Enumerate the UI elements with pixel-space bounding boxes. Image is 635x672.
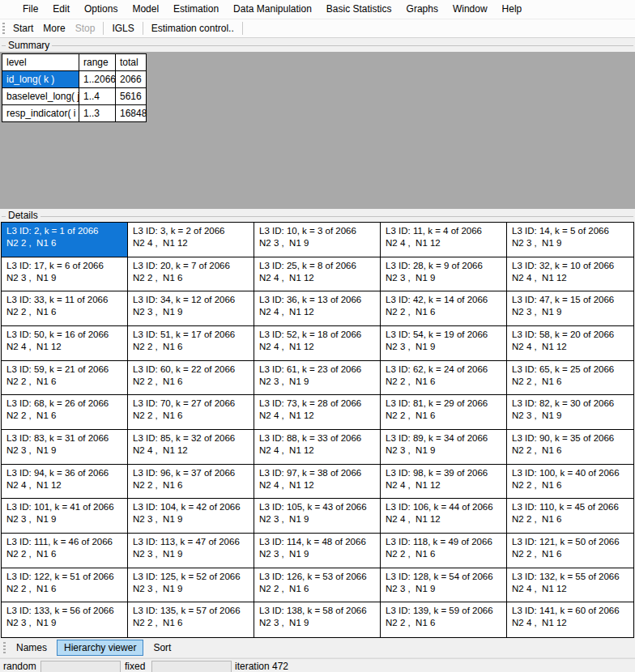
- summary-row-level[interactable]: id_long( k ): [2, 71, 79, 88]
- summary-row-level[interactable]: resp_indicator( i ): [2, 105, 79, 121]
- hierarchy-cell[interactable]: L3 ID: 121, k = 50 of 2066N2 2 , N1 6: [507, 534, 633, 568]
- hierarchy-cell[interactable]: L3 ID: 105, k = 43 of 2066N2 3 , N1 9: [254, 499, 381, 534]
- cell-counts-line: N2 3 , N1 9: [133, 583, 249, 595]
- hierarchy-cell[interactable]: L3 ID: 28, k = 9 of 2066N2 3 , N1 9: [381, 257, 507, 292]
- summary-row-level[interactable]: baselevel_long( j ): [2, 88, 79, 105]
- hierarchy-cell[interactable]: L3 ID: 52, k = 18 of 2066N2 4 , N1 12: [254, 326, 381, 361]
- cell-counts-line: N2 2 , N1 6: [386, 410, 501, 422]
- hierarchy-cell[interactable]: L3 ID: 83, k = 31 of 2066N2 3 , N1 9: [2, 430, 128, 465]
- hierarchy-cell[interactable]: L3 ID: 3, k = 2 of 2066N2 4 , N1 12: [128, 223, 254, 257]
- tab-hierarchy-viewer[interactable]: Hierarchy viewer: [57, 640, 143, 656]
- hierarchy-cell[interactable]: L3 ID: 68, k = 26 of 2066N2 2 , N1 6: [2, 395, 128, 430]
- hierarchy-cell[interactable]: L3 ID: 125, k = 52 of 2066N2 3 , N1 9: [128, 568, 254, 603]
- igls-button[interactable]: IGLS: [107, 20, 139, 37]
- cell-counts-line: N2 2 , N1 6: [6, 237, 122, 249]
- menu-item-model[interactable]: Model: [125, 0, 166, 19]
- summary-row-range[interactable]: 1..4: [79, 88, 116, 105]
- hierarchy-cell[interactable]: L3 ID: 81, k = 29 of 2066N2 2 , N1 6: [381, 395, 507, 430]
- hierarchy-cell[interactable]: L3 ID: 106, k = 44 of 2066N2 4 , N1 12: [381, 499, 507, 534]
- tab-sort[interactable]: Sort: [146, 640, 178, 656]
- summary-header-total: total: [116, 54, 146, 71]
- toolbar-grip[interactable]: [2, 23, 5, 34]
- summary-row-total[interactable]: 5616: [116, 88, 146, 105]
- hierarchy-cell[interactable]: L3 ID: 47, k = 15 of 2066N2 3 , N1 9: [507, 291, 633, 326]
- menu-item-edit[interactable]: Edit: [45, 0, 77, 19]
- menu-item-data-manipulation[interactable]: Data Manipulation: [226, 0, 319, 19]
- hierarchy-cell[interactable]: L3 ID: 96, k = 37 of 2066N2 2 , N1 6: [128, 465, 254, 500]
- hierarchy-cell[interactable]: L3 ID: 25, k = 8 of 2066N2 4 , N1 12: [254, 257, 381, 292]
- cell-counts-line: N2 3 , N1 9: [386, 583, 501, 595]
- more-button[interactable]: More: [38, 20, 70, 37]
- hierarchy-cell[interactable]: L3 ID: 20, k = 7 of 2066N2 2 , N1 6: [128, 257, 254, 292]
- cell-counts-line: N2 2 , N1 6: [6, 376, 122, 388]
- hierarchy-cell[interactable]: L3 ID: 54, k = 19 of 2066N2 3 , N1 9: [381, 326, 507, 361]
- menu-item-help[interactable]: Help: [495, 0, 530, 19]
- toolbar-separator: [143, 22, 143, 35]
- hierarchy-cell[interactable]: L3 ID: 62, k = 24 of 2066N2 2 , N1 6: [381, 361, 507, 396]
- menu-item-graphs[interactable]: Graphs: [399, 0, 445, 19]
- cell-counts-line: N2 4 , N1 12: [259, 479, 375, 491]
- hierarchy-cell[interactable]: L3 ID: 65, k = 25 of 2066N2 2 , N1 6: [507, 361, 633, 396]
- hierarchy-cell[interactable]: L3 ID: 94, k = 36 of 2066N2 4 , N1 12: [2, 465, 128, 500]
- summary-row-range[interactable]: 1..3: [79, 105, 116, 121]
- hierarchy-cell[interactable]: L3 ID: 17, k = 6 of 2066N2 3 , N1 9: [2, 257, 128, 292]
- start-button[interactable]: Start: [8, 20, 38, 37]
- hierarchy-cell[interactable]: L3 ID: 100, k = 40 of 2066N2 2 , N1 6: [507, 465, 633, 500]
- tab-names[interactable]: Names: [9, 640, 54, 656]
- hierarchy-cell[interactable]: L3 ID: 51, k = 17 of 2066N2 2 , N1 6: [128, 326, 254, 361]
- menu-item-estimation[interactable]: Estimation: [166, 0, 226, 19]
- hierarchy-cell[interactable]: L3 ID: 97, k = 38 of 2066N2 4 , N1 12: [254, 465, 381, 500]
- cell-id-line: L3 ID: 54, k = 19 of 2066: [386, 329, 501, 341]
- cell-counts-line: N2 2 , N1 6: [133, 376, 249, 388]
- hierarchy-cell[interactable]: L3 ID: 101, k = 41 of 2066N2 3 , N1 9: [2, 499, 128, 534]
- hierarchy-cell[interactable]: L3 ID: 73, k = 28 of 2066N2 4 , N1 12: [254, 395, 381, 430]
- hierarchy-cell[interactable]: L3 ID: 85, k = 32 of 2066N2 4 , N1 12: [128, 430, 254, 465]
- hierarchy-cell[interactable]: L3 ID: 141, k = 60 of 2066N2 4 , N1 12: [507, 602, 633, 637]
- hierarchy-cell[interactable]: L3 ID: 33, k = 11 of 2066N2 2 , N1 6: [2, 291, 128, 326]
- hierarchy-cell[interactable]: L3 ID: 111, k = 46 of 2066N2 2 , N1 6: [2, 534, 128, 568]
- menu-item-basic-statistics[interactable]: Basic Statistics: [319, 0, 399, 19]
- tabbar-grip[interactable]: [3, 642, 6, 653]
- hierarchy-cell[interactable]: L3 ID: 58, k = 20 of 2066N2 4 , N1 12: [507, 326, 633, 361]
- summary-row-total[interactable]: 2066: [116, 71, 146, 88]
- summary-row-total[interactable]: 16848: [116, 105, 146, 121]
- hierarchy-cell[interactable]: L3 ID: 70, k = 27 of 2066N2 2 , N1 6: [128, 395, 254, 430]
- menu-item-options[interactable]: Options: [77, 0, 125, 19]
- hierarchy-cell[interactable]: L3 ID: 89, k = 34 of 2066N2 3 , N1 9: [381, 430, 507, 465]
- hierarchy-cell[interactable]: L3 ID: 42, k = 14 of 2066N2 2 , N1 6: [381, 291, 507, 326]
- hierarchy-cell[interactable]: L3 ID: 11, k = 4 of 2066N2 4 , N1 12: [381, 223, 507, 257]
- cell-id-line: L3 ID: 101, k = 41 of 2066: [6, 501, 122, 513]
- hierarchy-cell[interactable]: L3 ID: 104, k = 42 of 2066N2 3 , N1 9: [128, 499, 254, 534]
- hierarchy-cell[interactable]: L3 ID: 82, k = 30 of 2066N2 3 , N1 9: [507, 395, 633, 430]
- hierarchy-cell[interactable]: L3 ID: 122, k = 51 of 2066N2 2 , N1 6: [2, 568, 128, 603]
- hierarchy-cell[interactable]: L3 ID: 2, k = 1 of 2066N2 2 , N1 6: [2, 223, 128, 257]
- hierarchy-cell[interactable]: L3 ID: 59, k = 21 of 2066N2 2 , N1 6: [2, 361, 128, 396]
- hierarchy-cell[interactable]: L3 ID: 139, k = 59 of 2066N2 2 , N1 6: [381, 602, 507, 637]
- estimation-control-button[interactable]: Estimation control..: [147, 20, 239, 37]
- hierarchy-cell[interactable]: L3 ID: 34, k = 12 of 2066N2 3 , N1 9: [128, 291, 254, 326]
- hierarchy-cell[interactable]: L3 ID: 126, k = 53 of 2066N2 2 , N1 6: [254, 568, 381, 603]
- hierarchy-cell[interactable]: L3 ID: 132, k = 55 of 2066N2 4 , N1 12: [507, 568, 633, 603]
- hierarchy-cell[interactable]: L3 ID: 90, k = 35 of 2066N2 2 , N1 6: [507, 430, 633, 465]
- hierarchy-cell[interactable]: L3 ID: 128, k = 54 of 2066N2 3 , N1 9: [381, 568, 507, 603]
- hierarchy-cell[interactable]: L3 ID: 50, k = 16 of 2066N2 4 , N1 12: [2, 326, 128, 361]
- hierarchy-cell[interactable]: L3 ID: 88, k = 33 of 2066N2 4 , N1 12: [254, 430, 381, 465]
- hierarchy-cell[interactable]: L3 ID: 32, k = 10 of 2066N2 4 , N1 12: [507, 257, 633, 292]
- hierarchy-cell[interactable]: L3 ID: 133, k = 56 of 2066N2 3 , N1 9: [2, 602, 128, 637]
- menu-item-file[interactable]: File: [15, 0, 45, 19]
- hierarchy-cell[interactable]: L3 ID: 110, k = 45 of 2066N2 2 , N1 6: [507, 499, 633, 534]
- hierarchy-cell[interactable]: L3 ID: 61, k = 23 of 2066N2 3 , N1 9: [254, 361, 381, 396]
- hierarchy-cell[interactable]: L3 ID: 113, k = 47 of 2066N2 3 , N1 9: [128, 534, 254, 568]
- hierarchy-cell[interactable]: L3 ID: 138, k = 58 of 2066N2 3 , N1 9: [254, 602, 381, 637]
- hierarchy-cell[interactable]: L3 ID: 60, k = 22 of 2066N2 2 , N1 6: [128, 361, 254, 396]
- hierarchy-cell[interactable]: L3 ID: 114, k = 48 of 2066N2 3 , N1 9: [254, 534, 381, 568]
- hierarchy-cell[interactable]: L3 ID: 10, k = 3 of 2066N2 3 , N1 9: [254, 223, 381, 257]
- menu-item-window[interactable]: Window: [445, 0, 495, 19]
- hierarchy-cell[interactable]: L3 ID: 98, k = 39 of 2066N2 4 , N1 12: [381, 465, 507, 500]
- hierarchy-cell[interactable]: L3 ID: 118, k = 49 of 2066N2 2 , N1 6: [381, 534, 507, 568]
- summary-row-range[interactable]: 1..2066: [79, 71, 116, 88]
- hierarchy-cell[interactable]: L3 ID: 36, k = 13 of 2066N2 4 , N1 12: [254, 291, 381, 326]
- hierarchy-cell[interactable]: L3 ID: 135, k = 57 of 2066N2 2 , N1 6: [128, 602, 254, 637]
- hierarchy-cell[interactable]: L3 ID: 14, k = 5 of 2066N2 3 , N1 9: [507, 223, 633, 257]
- cell-counts-line: N2 3 , N1 9: [6, 513, 122, 525]
